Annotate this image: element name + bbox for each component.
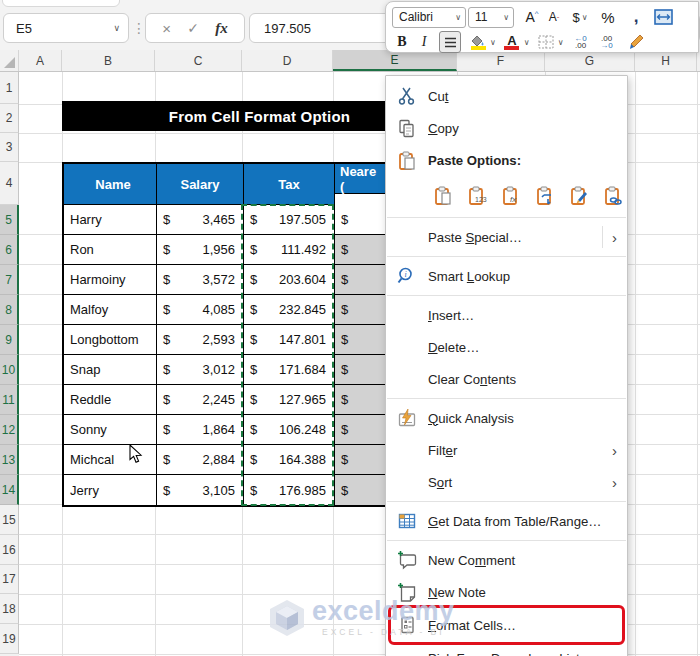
row-header-5[interactable]: 5	[0, 205, 19, 235]
percent-style-button[interactable]: %	[598, 6, 618, 28]
row-header-18[interactable]: 18	[0, 594, 19, 624]
drag-handle-icon[interactable]: ⋮	[132, 13, 146, 43]
align-button[interactable]	[439, 31, 461, 53]
menu-item-insert[interactable]: Insert…	[386, 299, 627, 331]
row-header-12[interactable]: 12	[0, 415, 19, 445]
menu-item-sort[interactable]: Sort›	[386, 466, 627, 498]
name-box[interactable]: E5 ∨	[3, 13, 129, 43]
font-size-combo[interactable]: 11 ∨	[468, 7, 514, 28]
row-header-17[interactable]: 17	[0, 565, 19, 594]
font-name-combo[interactable]: Calibri ∨	[392, 7, 466, 28]
paste-values-button[interactable]: 123	[464, 182, 489, 208]
cell-tax[interactable]: $106.248	[244, 415, 335, 445]
decrease-font-size-button[interactable]: Aˇ	[544, 6, 564, 28]
menu-item-filter[interactable]: Filter›	[386, 434, 627, 466]
cell-name[interactable]: Harry	[64, 205, 157, 235]
cell-name[interactable]: Longbottom	[64, 325, 157, 355]
borders-button[interactable]	[536, 31, 556, 53]
row-header-19[interactable]: 19	[0, 624, 19, 654]
increase-font-size-button[interactable]: A^	[522, 6, 542, 28]
cell-salary[interactable]: $3,105	[157, 475, 244, 505]
chevron-down-icon[interactable]: ∨	[524, 38, 530, 47]
paste-transpose-button[interactable]	[532, 182, 557, 208]
menu-item-paste-options[interactable]: Paste Options:	[386, 144, 627, 176]
menu-item-format-cells[interactable]: Format Cells…	[386, 608, 627, 642]
cell-tax[interactable]: $203.604	[244, 265, 335, 295]
paste-button[interactable]	[430, 182, 455, 208]
decrease-decimal-button[interactable]: .00 →0	[597, 31, 617, 53]
cell-salary[interactable]: $3,572	[157, 265, 244, 295]
select-all-button[interactable]	[0, 50, 19, 71]
header-name[interactable]: Name	[64, 164, 157, 205]
column-header-C[interactable]: C	[155, 50, 242, 71]
cell-tax[interactable]: $127.965	[244, 385, 335, 415]
cancel-icon[interactable]: ×	[162, 20, 171, 37]
cell-tax[interactable]: $111.492	[244, 235, 335, 265]
cell-tax[interactable]: $147.801	[244, 325, 335, 355]
cell-tax[interactable]: $197.505	[244, 205, 335, 235]
row-header-16[interactable]: 16	[0, 535, 19, 565]
menu-item-get-data-from-table-range[interactable]: Get Data from Table/Range…	[386, 505, 627, 537]
cell-tax[interactable]: $164.388	[244, 445, 335, 475]
font-color-button[interactable]: A	[502, 31, 522, 53]
insert-function-icon[interactable]: fx	[215, 20, 228, 37]
menu-item-quick-analysis[interactable]: Quick Analysis	[386, 402, 627, 434]
menu-item-cut[interactable]: Cut	[386, 80, 627, 112]
menu-item-clear-contents[interactable]: Clear Contents	[386, 363, 627, 395]
row-header-2[interactable]: 2	[0, 104, 19, 133]
cell-name[interactable]: Ron	[64, 235, 157, 265]
menu-item-delete[interactable]: Delete…	[386, 331, 627, 363]
row-header-14[interactable]: 14	[0, 475, 19, 505]
header-salary[interactable]: Salary	[157, 164, 244, 205]
accounting-format-button[interactable]: $ ∨	[570, 6, 590, 28]
cell-salary[interactable]: $2,884	[157, 445, 244, 475]
row-header-10[interactable]: 10	[0, 355, 19, 385]
chevron-down-icon[interactable]: ∨	[490, 38, 496, 47]
row-header-1[interactable]: 1	[0, 72, 19, 104]
column-header-D[interactable]: D	[242, 50, 333, 71]
column-header-B[interactable]: B	[62, 50, 155, 71]
cell-name[interactable]: Snap	[64, 355, 157, 385]
cell-name[interactable]: Harmoiny	[64, 265, 157, 295]
row-header-11[interactable]: 11	[0, 385, 19, 415]
row-header-6[interactable]: 6	[0, 235, 19, 265]
cell-tax[interactable]: $232.845	[244, 295, 335, 325]
fill-color-button[interactable]	[468, 31, 488, 53]
cell-name[interactable]: Reddle	[64, 385, 157, 415]
cell-name[interactable]: Malfoy	[64, 295, 157, 325]
cell-salary[interactable]: $4,085	[157, 295, 244, 325]
row-header-13[interactable]: 13	[0, 445, 19, 475]
format-painter-button[interactable]	[624, 31, 646, 53]
menu-item-copy[interactable]: Copy	[386, 112, 627, 144]
cell-salary[interactable]: $1,864	[157, 415, 244, 445]
paste-formulas-button[interactable]: fx	[498, 182, 523, 208]
paste-formatting-button[interactable]	[566, 182, 591, 208]
menu-item-pick-from-drop-down-list[interactable]: Pick From Drop-down List…	[386, 642, 627, 656]
header-tax[interactable]: Tax	[244, 164, 335, 205]
cell-salary[interactable]: $3,012	[157, 355, 244, 385]
cell-tax[interactable]: $176.985	[244, 475, 335, 505]
paste-link-button[interactable]	[600, 182, 625, 208]
chevron-down-icon[interactable]: ∨	[113, 23, 120, 33]
cell-salary[interactable]: $3,465	[157, 205, 244, 235]
row-header-15[interactable]: 15	[0, 505, 19, 535]
cell-salary[interactable]: $2,593	[157, 325, 244, 355]
cell-name[interactable]: Michcal	[64, 445, 157, 475]
increase-decimal-button[interactable]: ←0 .00	[571, 31, 591, 53]
row-header-9[interactable]: 9	[0, 325, 19, 355]
cell-tax[interactable]: $171.684	[244, 355, 335, 385]
menu-item-smart-lookup[interactable]: iSmart Lookup	[386, 260, 627, 292]
row-header-7[interactable]: 7	[0, 265, 19, 295]
cell-salary[interactable]: $1,956	[157, 235, 244, 265]
italic-button[interactable]: I	[414, 31, 434, 53]
cell-salary[interactable]: $2,245	[157, 385, 244, 415]
chevron-down-icon[interactable]: ∨	[558, 38, 564, 47]
menu-item-new-note[interactable]: New Note	[386, 576, 627, 608]
cell-name[interactable]: Jerry	[64, 475, 157, 505]
bold-button[interactable]: B	[392, 31, 412, 53]
column-header-A[interactable]: A	[19, 50, 62, 71]
row-header-4[interactable]: 4	[0, 162, 19, 205]
menu-item-paste-special[interactable]: Paste Special…›	[386, 221, 627, 253]
enter-icon[interactable]: ✓	[187, 20, 199, 36]
row-header-8[interactable]: 8	[0, 295, 19, 325]
